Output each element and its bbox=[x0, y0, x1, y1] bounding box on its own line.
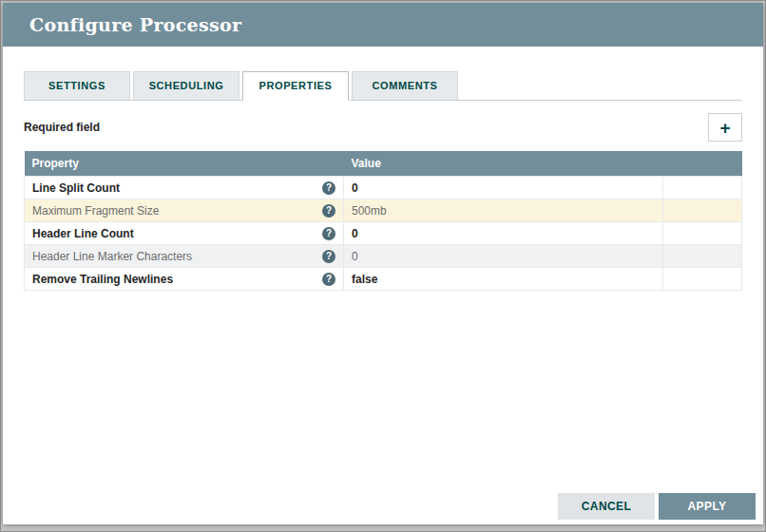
help-icon[interactable]: ? bbox=[322, 227, 335, 240]
help-icon[interactable]: ? bbox=[322, 250, 335, 263]
window-frame: Configure Processor SETTINGS SCHEDULING … bbox=[0, 0, 766, 532]
plus-icon: + bbox=[719, 118, 730, 138]
property-name-cell: Line Split Count ? bbox=[25, 177, 344, 200]
required-field-label: Required field bbox=[24, 121, 100, 134]
property-row: Remove Trailing Newlines ? false bbox=[25, 268, 742, 291]
tab-settings-label: SETTINGS bbox=[48, 80, 105, 91]
cancel-button[interactable]: CANCEL bbox=[558, 493, 655, 520]
column-header-value: Value bbox=[343, 151, 662, 177]
properties-toolbar: Required field + bbox=[24, 113, 742, 142]
property-name-cell: Header Line Marker Characters ? bbox=[25, 245, 344, 268]
apply-button[interactable]: APPLY bbox=[659, 493, 756, 520]
property-row: Header Line Marker Characters ? 0 bbox=[25, 245, 742, 268]
property-value-cell[interactable]: 0 bbox=[343, 177, 662, 200]
property-row: Maximum Fragment Size ? 500mb bbox=[25, 200, 742, 222]
configure-processor-dialog: Configure Processor SETTINGS SCHEDULING … bbox=[3, 3, 763, 524]
property-value-cell[interactable]: 500mb bbox=[343, 200, 662, 222]
help-icon[interactable]: ? bbox=[322, 181, 335, 195]
properties-table-header: Property Value bbox=[25, 151, 742, 177]
dialog-title: Configure Processor bbox=[29, 14, 241, 35]
property-name: Maximum Fragment Size bbox=[32, 204, 159, 218]
property-name: Header Line Marker Characters bbox=[32, 250, 192, 263]
tab-comments-label: COMMENTS bbox=[373, 80, 438, 91]
property-value-cell[interactable]: 0 bbox=[343, 245, 662, 268]
tab-comments[interactable]: COMMENTS bbox=[352, 71, 458, 101]
help-icon[interactable]: ? bbox=[322, 273, 335, 286]
tab-bar: SETTINGS SCHEDULING PROPERTIES COMMENTS bbox=[24, 71, 742, 101]
column-header-property: Property bbox=[25, 151, 344, 177]
property-name-cell: Header Line Count ? bbox=[25, 222, 344, 245]
property-name: Remove Trailing Newlines bbox=[32, 273, 173, 286]
property-name-cell: Remove Trailing Newlines ? bbox=[25, 268, 344, 291]
property-extra-cell bbox=[662, 245, 741, 268]
tab-properties[interactable]: PROPERTIES bbox=[242, 71, 349, 101]
dialog-body: SETTINGS SCHEDULING PROPERTIES COMMENTS … bbox=[3, 71, 763, 291]
property-name: Line Split Count bbox=[32, 181, 120, 195]
property-extra-cell bbox=[662, 222, 741, 245]
property-row: Line Split Count ? 0 bbox=[25, 177, 742, 200]
tab-scheduling-label: SCHEDULING bbox=[149, 80, 224, 91]
tab-properties-label: PROPERTIES bbox=[259, 80, 333, 91]
property-name: Header Line Count bbox=[32, 227, 134, 240]
properties-table: Property Value Line Split Count ? 0 bbox=[24, 151, 742, 291]
column-header-extra bbox=[662, 151, 741, 177]
tab-settings[interactable]: SETTINGS bbox=[24, 71, 130, 101]
property-value-cell[interactable]: false bbox=[343, 268, 662, 291]
property-extra-cell bbox=[662, 177, 741, 200]
add-property-button[interactable]: + bbox=[708, 113, 742, 142]
property-name-cell: Maximum Fragment Size ? bbox=[25, 200, 344, 222]
help-icon[interactable]: ? bbox=[322, 204, 335, 218]
property-value-cell[interactable]: 0 bbox=[343, 222, 662, 245]
dialog-footer: CANCEL APPLY bbox=[558, 493, 756, 520]
property-extra-cell bbox=[662, 200, 741, 222]
property-row: Header Line Count ? 0 bbox=[25, 222, 742, 245]
property-extra-cell bbox=[662, 268, 741, 291]
tab-scheduling[interactable]: SCHEDULING bbox=[133, 71, 239, 101]
dialog-header: Configure Processor bbox=[3, 3, 763, 47]
